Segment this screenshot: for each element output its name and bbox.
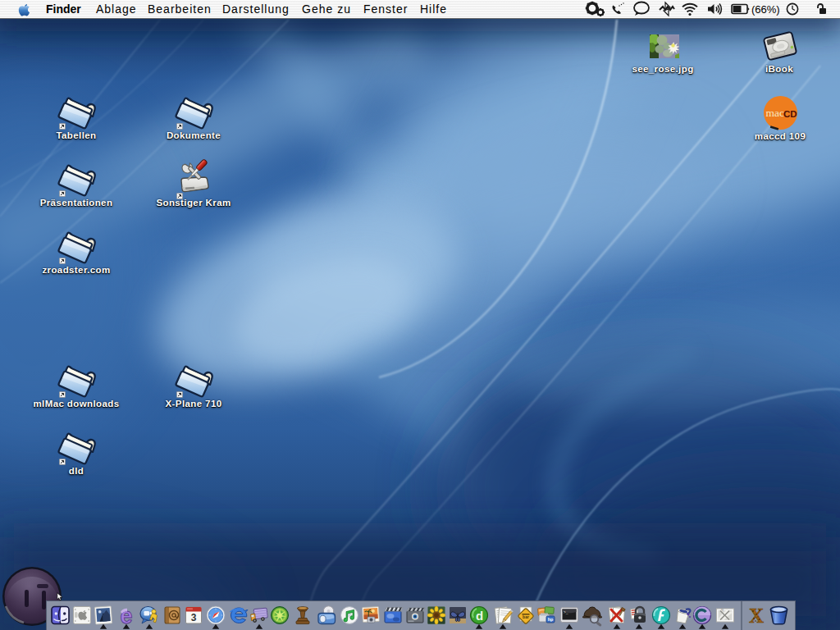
- svg-text:mac: mac: [766, 107, 785, 119]
- svg-text:CD: CD: [783, 109, 797, 119]
